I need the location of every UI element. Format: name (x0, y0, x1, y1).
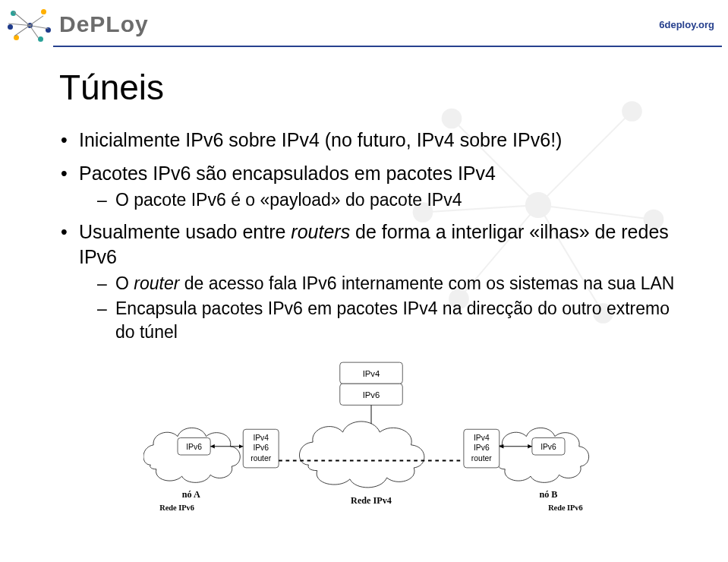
bullet-item: Inicialmente IPv6 sobre IPv4 (no futuro,… (59, 128, 682, 153)
molecule-icon (6, 6, 52, 43)
bullet-item: Pacotes IPv6 são encapsulados em pacotes… (59, 161, 682, 212)
encap-bottom: IPv6 (362, 390, 380, 399)
cloud-left-bot: Rede IPv6 (159, 504, 194, 512)
cloud-right-top: nó B (539, 489, 557, 500)
brand-text: DePLoy (59, 11, 149, 37)
tunnel-diagram: IPv4 IPv6 IPv6 IPv4 IPv6 router IPv4 IPv… (143, 356, 599, 531)
right-router-t: IPv4 (474, 434, 490, 442)
bullet-item: Usualmente usado entre routers de forma … (59, 219, 682, 345)
sub-bullet-list: O pacote IPv6 é o «payload» do pacote IP… (97, 188, 682, 212)
slide-title: Túneis (59, 67, 682, 108)
brand-logo-group: DePLoy (6, 6, 149, 43)
right-node: IPv6 (540, 443, 556, 451)
bullet-list: Inicialmente IPv6 sobre IPv4 (no futuro,… (59, 128, 682, 344)
tunnel-diagram-wrap: IPv4 IPv6 IPv6 IPv4 IPv6 router IPv4 IPv… (59, 356, 682, 531)
sub-bullet-list: O router de acesso fala IPv6 internament… (97, 272, 682, 344)
sub-bullet-item: O pacote IPv6 é o «payload» do pacote IP… (97, 188, 682, 212)
cloud-center: Rede IPv4 (351, 495, 392, 506)
left-router-b: router (251, 454, 271, 463)
sub-bullet-item: O router de acesso fala IPv6 internament… (97, 272, 682, 295)
slide-header: DePLoy 6deploy.org (0, 0, 728, 46)
right-router-m: IPv6 (474, 444, 490, 453)
encap-top: IPv4 (362, 369, 380, 378)
cloud-left-top: nó A (181, 489, 200, 500)
header-url: 6deploy.org (659, 19, 714, 30)
sub-bullet-item: Encapsula pacotes IPv6 em pacotes IPv4 n… (97, 297, 682, 344)
header-divider (53, 46, 722, 47)
right-router-b: router (471, 454, 491, 463)
left-router-m: IPv6 (253, 444, 269, 453)
cloud-right-bot: Rede IPv6 (548, 504, 582, 512)
left-router-t: IPv4 (253, 434, 269, 442)
slide-content: Túneis Inicialmente IPv6 sobre IPv4 (no … (0, 53, 728, 538)
left-node: IPv6 (186, 443, 202, 451)
